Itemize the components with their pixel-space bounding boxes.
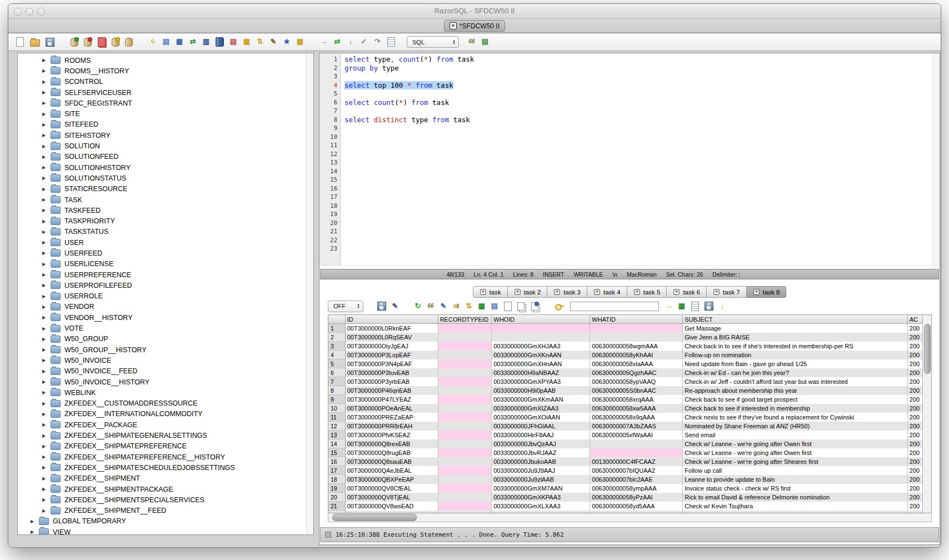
expand-arrow-icon[interactable]: ▶ [42, 358, 51, 363]
favorites-icon[interactable]: ★ [282, 37, 292, 47]
row-number[interactable]: 7 [328, 377, 345, 386]
zoom-button[interactable] [37, 8, 45, 16]
column-header-whatid[interactable]: WHATID [590, 315, 683, 324]
grid-cell-ac[interactable]: 200 [907, 359, 922, 368]
tree-item-taskpriority[interactable]: ▶TASKPRIORITY [18, 216, 313, 226]
copy-rows-icon[interactable] [517, 302, 525, 311]
grid-cell-what[interactable]: 006300000058wgmAAA [590, 342, 683, 351]
grid-cell-id[interactable]: 00T3000000PfvKSEAZ [345, 431, 438, 439]
script-icon[interactable] [691, 302, 699, 311]
tree-item-zkfedex-shipment[interactable]: ▶ZKFEDEX__SHIPMENT [18, 473, 313, 484]
grid-cell-who[interactable]: 0033000000GmXLXAA3 [492, 502, 590, 511]
grid-cell-ac[interactable]: 200 [907, 342, 922, 351]
row-number[interactable]: 21 [328, 502, 345, 511]
table-tree-panel[interactable]: ▶ROOMS▶ROOMS__HISTORY▶SCONTROL▶SELFSERVI… [17, 53, 314, 535]
results-tab-task-2[interactable]: task 2 [508, 286, 548, 298]
tree-item-w50-group-history[interactable]: ▶W50_GROUP__HISTORY [18, 344, 313, 355]
edit-table-data-icon[interactable]: ⇅ [255, 37, 265, 47]
describe-table-icon[interactable]: ▤ [161, 37, 171, 47]
tree-item-zkfedex-package[interactable]: ▶ZKFEDEX__PACKAGE [18, 419, 313, 430]
grid-cell-ac[interactable]: 200 [907, 395, 922, 404]
editor-line-8[interactable]: select distinct type from task [344, 116, 940, 124]
search-results-icon[interactable]: 66 [426, 302, 436, 311]
expand-arrow-icon[interactable]: ▶ [42, 79, 51, 84]
grid-cell-ac[interactable]: 200 [907, 475, 922, 484]
row-number[interactable]: 12 [328, 422, 345, 431]
expand-arrow-icon[interactable]: ▶ [42, 326, 51, 331]
editor-line-6[interactable]: select count(*) from task [344, 98, 940, 107]
grid-cell-id[interactable]: 00T3000000P3tuvEAB [345, 368, 438, 377]
grid-cell-ac[interactable]: 200 [907, 386, 922, 395]
grid-cell-subj[interactable]: Get Massage [683, 324, 907, 333]
tree-item-solution[interactable]: ▶SOLUTION [18, 141, 313, 151]
column-header-subject[interactable]: SUBJECT [683, 315, 907, 324]
grid-cell-rt[interactable] [438, 422, 492, 431]
save-icon[interactable] [46, 38, 54, 47]
tree-item-vendor[interactable]: ▶VENDOR [18, 302, 313, 312]
grid-cell-subj[interactable]: Invoice status check - check w/ RS first [683, 484, 907, 493]
tree-item-global-temporary[interactable]: ▶GLOBAL TEMPORARY [18, 516, 313, 527]
grid-cell-ac[interactable]: 200 [907, 502, 922, 511]
grid-cell-id[interactable]: 00T3000000L0RqSEAV [345, 333, 438, 342]
grid-cell-ac[interactable]: 200 [907, 377, 922, 386]
fetch-more-icon[interactable]: ↓ [346, 37, 356, 47]
insert-row-icon[interactable]: ⇉ [451, 302, 461, 311]
tree-item-scontrol[interactable]: ▶SCONTROL [18, 77, 313, 87]
execute-all-icon[interactable]: ⇄ [332, 37, 342, 47]
grid-cell-what[interactable]: 006300000058ypVAAQ [590, 377, 683, 386]
grid-cell-who[interactable]: 0033000000H9aNBAAZ [492, 368, 590, 377]
expand-arrow-icon[interactable]: ▶ [42, 219, 51, 224]
close-tab-icon[interactable] [555, 289, 560, 294]
tree-item-site[interactable]: ▶SITE [18, 108, 313, 119]
grid-cell-subj[interactable]: Check w/ Leanne - we're going after Owen… [683, 448, 907, 457]
sql-editor[interactable]: 1234567891011121314151617181920212223 se… [319, 53, 940, 266]
grid-cell-ac[interactable]: 200 [907, 368, 922, 377]
grid-cell-rt[interactable] [438, 404, 492, 413]
expand-arrow-icon[interactable]: ▶ [42, 58, 51, 63]
execute-sql-icon[interactable]: ϟ [148, 37, 158, 47]
grid-cell-subj[interactable]: Nominated by Shane Freeman at ANZ (HR50) [683, 422, 907, 431]
tree-item-user[interactable]: ▶USER [18, 237, 313, 248]
close-tab-icon[interactable] [515, 289, 520, 294]
grid-cell-who[interactable]: 0033000000GmXHJAA3 [492, 342, 590, 351]
new-connection-icon[interactable] [112, 38, 119, 47]
expand-arrow-icon[interactable]: ▶ [42, 262, 51, 267]
export-file-icon[interactable]: ▦ [677, 302, 687, 311]
editor-line-2[interactable]: group by type [344, 64, 940, 73]
close-tab-icon[interactable] [594, 289, 600, 294]
document-tab[interactable]: *SFDCW50 II [444, 20, 505, 32]
grid-cell-subj[interactable]: Check-in w/ Ed - can he join this year? [683, 368, 907, 377]
grid-cell-rt[interactable] [438, 368, 492, 377]
minimize-button[interactable] [26, 8, 33, 16]
grid-cell-ac[interactable]: 200 [907, 333, 922, 342]
tree-item-zkfedex-shipmentspecialservices[interactable]: ▶ZKFEDEX__SHIPMENTSPECIALSERVICES [18, 494, 313, 505]
close-tab-icon[interactable] [634, 289, 640, 294]
grid-cell-who[interactable]: 0033000000H9i0pAAB [492, 386, 590, 395]
row-number[interactable]: 18 [328, 475, 345, 484]
row-number[interactable]: 15 [328, 448, 345, 457]
grid-cell-ac[interactable]: 200 [907, 466, 922, 475]
grid-cell-subj[interactable]: Check w/ Leanne - we're going after Owen… [683, 439, 907, 448]
grid-cell-id[interactable]: 00T3000000P3LopEAF [345, 351, 438, 359]
results-tab-task-5[interactable]: task 5 [627, 286, 667, 298]
grid-cell-rt[interactable] [438, 351, 492, 359]
grid-cell-subj[interactable]: Give Jenn a BIG RAISE [683, 333, 907, 342]
column-header-whoid[interactable]: WHOID [492, 315, 590, 324]
grid-cell-who[interactable]: 0033000000GmXPYAA3 [492, 377, 590, 386]
tree-item-solutionfeed[interactable]: ▶SOLUTIONFEED [18, 152, 313, 162]
expand-arrow-icon[interactable]: ▶ [42, 465, 51, 470]
tree-item-sitefeed[interactable]: ▶SITEFEED [18, 119, 313, 130]
tree-item-userrole[interactable]: ▶USERROLE [18, 291, 313, 302]
expand-arrow-icon[interactable]: ▶ [42, 315, 51, 320]
grid-cell-id[interactable]: 00T3000000PREZaEAP [345, 413, 438, 422]
row-limit-select[interactable]: OFF [328, 301, 363, 312]
sql-mode-select[interactable]: SQL [407, 36, 459, 48]
grid-cell-id[interactable]: 00T3000000POeAnEAL [345, 404, 438, 413]
column-header-recordtypeid[interactable]: RECORDTYPEID [438, 315, 492, 324]
tree-item-userlicense[interactable]: ▶USERLICENSE [18, 259, 313, 269]
tree-item-taskfeed[interactable]: ▶TASKFEED [18, 205, 313, 216]
grid-cell-what[interactable]: 006300000058yPzAAI [590, 493, 683, 502]
tree-item-sitehistory[interactable]: ▶SITEHISTORY [18, 130, 313, 141]
find-icon[interactable]: 66 [467, 37, 477, 47]
expand-arrow-icon[interactable]: ▶ [42, 68, 51, 73]
